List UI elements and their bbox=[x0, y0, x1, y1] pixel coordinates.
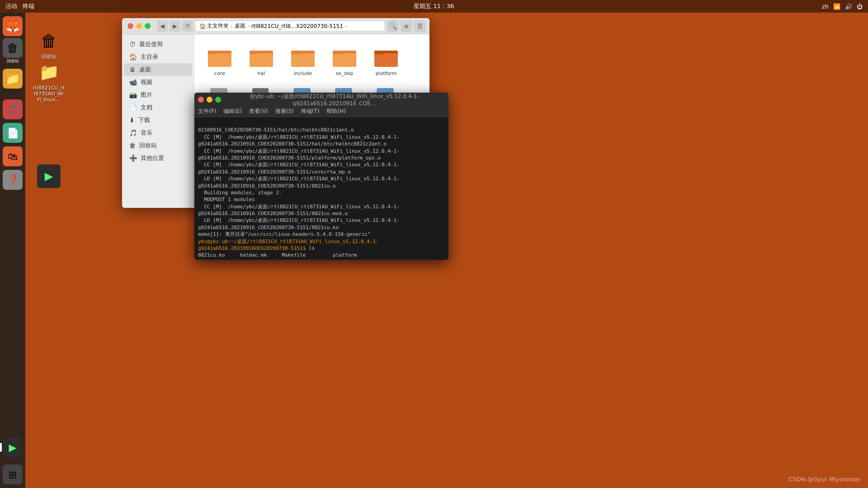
terminal-label[interactable]: 终端 bbox=[23, 2, 34, 10]
datetime-label: 星期五 11：36 bbox=[414, 3, 454, 9]
video-icon: 📹 bbox=[129, 79, 137, 86]
dock-icon-help[interactable]: ❓ bbox=[3, 170, 23, 190]
terminal-body[interactable]: 02100916_COEX20200730-5151/hal/btc/halbt… bbox=[194, 117, 448, 260]
folder-icon-include bbox=[290, 44, 316, 70]
terminal-maximize-button[interactable] bbox=[215, 97, 221, 103]
file-item-hal[interactable]: hal bbox=[243, 42, 279, 79]
sidebar-item-recent[interactable]: ⏱ 最近使用 bbox=[124, 38, 192, 51]
sidebar-item-videos[interactable]: 📹 视频 bbox=[124, 76, 192, 89]
terminal-icon-desktop: ▶ bbox=[37, 164, 61, 188]
topbar-right: zh 📶 🔊 ⏻ bbox=[822, 3, 863, 10]
dock-icon-files[interactable]: 📁 bbox=[3, 69, 23, 89]
dock-icon-firefox[interactable]: 🦊 bbox=[3, 16, 23, 36]
svg-rect-7 bbox=[291, 53, 315, 67]
file-label-hal: hal bbox=[258, 70, 265, 76]
sidebar-item-pictures[interactable]: 📷 图片 bbox=[124, 89, 192, 101]
topbar-left: 活动 终端 bbox=[5, 2, 34, 10]
dock-icon-trash[interactable]: 🗑 回收站 bbox=[3, 38, 23, 58]
topbar: 活动 终端 星期五 11：36 zh 📶 🔊 ⏻ bbox=[0, 0, 868, 13]
watermark: CSDN @Gyur Miyonesqn bbox=[788, 476, 861, 483]
terminal-menubar: 文件(F) 编辑(E) 查看(V) 搜索(S) 终端(T) 帮助(H) bbox=[194, 106, 448, 117]
fm-minimize-button[interactable] bbox=[136, 23, 142, 29]
activities-label[interactable]: 活动 bbox=[5, 2, 17, 10]
sidebar-label-music: 音乐 bbox=[141, 129, 152, 137]
term-line-1: 02100916_COEX20200730-5151/hal/btc/halbt… bbox=[198, 127, 400, 237]
term-menu-view[interactable]: 查看(V) bbox=[249, 108, 268, 115]
term-menu-edit[interactable]: 编辑(E) bbox=[223, 108, 242, 115]
breadcrumb-home[interactable]: 主文件夹 bbox=[207, 22, 229, 30]
sidebar-item-downloads[interactable]: ⬇ 下载 bbox=[124, 114, 192, 127]
breadcrumb-sep1: › bbox=[231, 23, 233, 29]
sidebar-label-other: 其他位置 bbox=[141, 154, 164, 162]
sidebar-label-recent: 最近使用 bbox=[139, 40, 163, 48]
fm-list-view-button[interactable]: ≡ bbox=[401, 20, 412, 32]
desktop-icon-folder[interactable]: 📁 rtl8821CU_rtl8731AU_WiFi_linux... bbox=[31, 59, 67, 104]
fm-sidebar: ⏱ 最近使用 🏠 主目录 🖥 桌面 📹 视频 📷 图片 📄 文档 bbox=[122, 34, 194, 208]
svg-rect-13 bbox=[374, 53, 398, 67]
file-item-platform[interactable]: platform bbox=[368, 42, 404, 79]
terminal-titlebar: @ybc-ub: ~/桌面/rtl8821CU_rtl8731AU_WiFi_l… bbox=[194, 93, 448, 106]
fm-nav: ◀ ▶ ⏱ bbox=[157, 21, 193, 32]
svg-rect-10 bbox=[333, 53, 356, 67]
music-icon: 🎵 bbox=[129, 129, 137, 136]
file-item-core[interactable]: core bbox=[202, 42, 238, 79]
terminal-close-button[interactable] bbox=[198, 97, 204, 103]
svg-rect-1 bbox=[208, 53, 231, 67]
dock-icon-appstore[interactable]: 🛍 bbox=[3, 146, 23, 166]
svg-rect-8 bbox=[291, 51, 301, 54]
volume-icon: 🔊 bbox=[845, 3, 852, 10]
breadcrumb-desktop[interactable]: 桌面 bbox=[235, 22, 245, 30]
sidebar-item-trash[interactable]: 🗑 回收站 bbox=[124, 139, 192, 152]
fm-recent-button[interactable]: ⏱ bbox=[182, 21, 193, 32]
fm-breadcrumb: 🏠 主文件夹 › 桌面 › rtl8821CU_rtl8…X20200730-5… bbox=[196, 21, 384, 31]
terminal-minimize-button[interactable] bbox=[207, 97, 212, 103]
sidebar-item-desktop[interactable]: 🖥 桌面 bbox=[124, 63, 192, 76]
breadcrumb-folder[interactable]: rtl8821CU_rtl8…X20200730-5151 bbox=[251, 23, 343, 29]
sidebar-label-desktop: 桌面 bbox=[139, 66, 151, 74]
fm-back-button[interactable]: ◀ bbox=[157, 21, 168, 32]
trash-icon-desktop: 🗑 bbox=[37, 29, 61, 52]
power-icon[interactable]: ⏻ bbox=[857, 3, 863, 10]
sidebar-item-home[interactable]: 🏠 主目录 bbox=[124, 51, 192, 63]
terminal-controls bbox=[198, 97, 221, 103]
sidebar-item-docs[interactable]: 📄 文档 bbox=[124, 101, 192, 114]
term-menu-terminal[interactable]: 终端(T) bbox=[301, 108, 320, 115]
folder-icon-osdep bbox=[332, 44, 357, 70]
fm-menu-button[interactable]: ☰ bbox=[414, 20, 426, 32]
term-prompt-1: ybc@ybc-ub:~/桌面/rtl8821CU_rtl8731AU_WiFi… bbox=[198, 239, 379, 251]
fm-close-button[interactable] bbox=[127, 23, 133, 29]
dock-icon-terminal[interactable]: ▶ bbox=[3, 437, 23, 457]
term-menu-search[interactable]: 搜索(S) bbox=[275, 108, 294, 115]
dock-icon-libreoffice[interactable]: 📄 bbox=[3, 123, 23, 143]
sidebar-label-videos: 视频 bbox=[141, 78, 152, 86]
desktop-icon-terminal[interactable]: ▶ bbox=[31, 163, 67, 191]
term-ls-cmd: ls bbox=[306, 245, 315, 251]
breadcrumb-home-icon: 🏠 bbox=[199, 23, 206, 29]
fm-forward-button[interactable]: ▶ bbox=[170, 21, 180, 32]
folder-icon-platform bbox=[373, 44, 399, 70]
term-menu-file[interactable]: 文件(F) bbox=[198, 108, 216, 115]
file-label-platform: platform bbox=[376, 70, 397, 76]
dock-icon-grid[interactable]: ⊞ bbox=[3, 465, 23, 484]
file-label-include: include bbox=[294, 70, 312, 76]
term-menu-help[interactable]: 帮助(H) bbox=[326, 108, 345, 115]
sidebar-item-music[interactable]: 🎵 音乐 bbox=[124, 127, 192, 139]
pictures-icon: 📷 bbox=[129, 91, 137, 99]
desktop-icon-trash[interactable]: 🗑 回收站 bbox=[31, 27, 67, 62]
fm-search-button[interactable]: 🔍 bbox=[387, 20, 399, 32]
svg-rect-14 bbox=[374, 51, 384, 54]
fm-titlebar: ◀ ▶ ⏱ 🏠 主文件夹 › 桌面 › rtl8821CU_rtl8…X2020… bbox=[122, 18, 429, 34]
sidebar-item-other[interactable]: ➕ 其他位置 bbox=[124, 152, 192, 164]
fm-window-controls bbox=[127, 23, 151, 29]
file-label-osdep: os_dep bbox=[336, 70, 354, 76]
folder-label-desktop: rtl8821CU_rtl8731AU_WiFi_linux... bbox=[33, 85, 65, 103]
recent-icon: ⏱ bbox=[129, 41, 136, 48]
sidebar-label-docs: 文档 bbox=[141, 103, 152, 112]
file-item-osdep[interactable]: os_dep bbox=[326, 42, 363, 79]
file-item-include[interactable]: include bbox=[285, 42, 321, 79]
dock-icon-rhythmbox[interactable]: 🎵 bbox=[3, 99, 23, 119]
sidebar-label-home: 主目录 bbox=[141, 53, 158, 61]
lang-label[interactable]: zh bbox=[822, 3, 829, 10]
fm-maximize-button[interactable] bbox=[145, 23, 151, 29]
docs-icon: 📄 bbox=[129, 104, 137, 111]
